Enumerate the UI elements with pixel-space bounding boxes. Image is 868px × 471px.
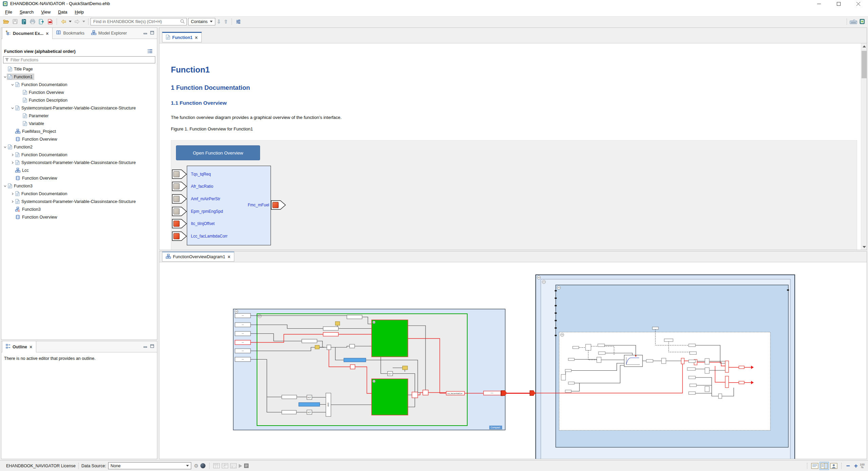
red-out-block[interactable]	[739, 366, 744, 369]
red-mux-block[interactable]	[725, 361, 729, 372]
close-icon[interactable]: ×	[195, 35, 198, 40]
block-highlighted[interactable]	[323, 332, 338, 336]
open-function-overview-button[interactable]: Open Function Overview	[176, 145, 260, 160]
tree-item-variable[interactable]: Variable	[1, 120, 157, 127]
input-port-afr_facratio[interactable]	[172, 182, 187, 192]
expander-icon[interactable]	[11, 192, 14, 196]
tree-item-function3[interactable]: Function3	[1, 182, 157, 190]
match-mode-dropdown[interactable]: Contains	[188, 18, 215, 25]
red-out-block[interactable]	[739, 381, 744, 384]
find-next-icon[interactable]: ⇩	[215, 19, 222, 25]
menu-file[interactable]: File	[1, 8, 16, 16]
green-container[interactable]	[257, 314, 467, 426]
collapse-icon[interactable]	[235, 310, 238, 313]
mul-block[interactable]	[327, 345, 331, 350]
split-view-icon[interactable]	[820, 462, 829, 470]
input-port-itc_tiinjoffset[interactable]	[172, 219, 187, 230]
back-history-dropdown-icon[interactable]	[69, 21, 72, 22]
save-icon[interactable]	[11, 18, 19, 26]
block[interactable]	[282, 395, 297, 399]
minimize-view-icon[interactable]	[143, 30, 147, 36]
gear-icon[interactable]: ⚙	[194, 463, 198, 469]
close-button[interactable]	[848, 0, 868, 7]
tree-item-function-overview[interactable]: Function Overview	[1, 174, 157, 182]
minimize-button[interactable]	[809, 0, 829, 7]
input-port-tqs_tqreq[interactable]	[172, 169, 187, 180]
tree-item-systemconstant-parameter-variable-classinstance-structure[interactable]: Systemconstant-Parameter-Variable-Classi…	[1, 198, 157, 205]
menu-search[interactable]: Search	[16, 8, 37, 16]
expander-icon[interactable]	[11, 200, 14, 203]
zoom-reset-button[interactable]: 100 %	[860, 463, 865, 469]
scroll-up-icon[interactable]	[861, 43, 867, 49]
collapse-icon[interactable]	[557, 286, 560, 289]
stop-record-icon[interactable]	[244, 464, 249, 468]
maximize-view-icon[interactable]	[150, 343, 154, 349]
pt1-filter-block[interactable]	[624, 355, 643, 367]
tree-item-fuelmass-project[interactable]: FuelMass_Project	[1, 127, 157, 135]
output-port[interactable]	[271, 200, 286, 211]
expander-icon[interactable]	[11, 161, 14, 164]
close-icon[interactable]: ×	[227, 254, 231, 259]
tab-document-ex-[interactable]: Document Ex...×	[2, 27, 53, 39]
collapse-icon[interactable]	[537, 276, 540, 279]
view-menu-icon[interactable]	[147, 49, 153, 55]
single-page-view-icon[interactable]	[810, 462, 820, 470]
signal-label-block[interactable]: Lcc_facLambdaCorr	[446, 391, 465, 395]
fuelmass-model-diagram[interactable]: .wb2{fill:#fff;stroke:#707070;stroke-wid…	[535, 274, 795, 459]
block-highlighted[interactable]	[350, 365, 355, 369]
ehandbook-app-icon[interactable]	[858, 18, 866, 26]
maximize-view-icon[interactable]	[150, 30, 154, 36]
block[interactable]	[302, 339, 317, 343]
open-file-icon[interactable]	[2, 18, 10, 26]
not-block[interactable]: NOT	[307, 395, 312, 400]
red-junction[interactable]	[681, 358, 684, 364]
block[interactable]	[347, 315, 362, 319]
search-settings-icon[interactable]	[234, 18, 242, 26]
expander-icon[interactable]	[11, 83, 14, 86]
menu-view[interactable]: View	[37, 8, 54, 16]
expander-icon[interactable]	[11, 106, 14, 110]
expander-icon[interactable]	[3, 145, 7, 149]
tree-item-function-documentation[interactable]: Function Documentation	[1, 151, 157, 159]
tree-item-function-documentation[interactable]: Function Documentation	[1, 81, 157, 88]
calibration-map-icon[interactable]	[213, 463, 220, 468]
comparator-block[interactable]	[412, 392, 418, 398]
tree-item-lcc[interactable]: Lcc	[1, 166, 157, 174]
tab-functionoverviewdiagram1[interactable]: FunctionOverviewDiagram1 ×	[162, 251, 234, 262]
constant-block[interactable]	[335, 322, 340, 325]
minimize-view-icon[interactable]	[143, 343, 147, 349]
tree-item-parameter[interactable]: Parameter	[1, 112, 157, 120]
lcc-model-diagram[interactable]: .wb{fill:#fff;stroke:#5a5a5a;stroke-widt…	[233, 309, 506, 430]
print-icon[interactable]	[28, 18, 37, 26]
block[interactable]	[662, 358, 666, 364]
green-subsystem-1[interactable]	[372, 320, 408, 357]
expander-icon[interactable]	[3, 184, 7, 188]
export-book-icon[interactable]	[37, 18, 45, 26]
collapse-icon[interactable]	[560, 333, 564, 336]
constant-block[interactable]	[315, 345, 319, 349]
tree-item-function-overview[interactable]: Function Overview	[1, 135, 157, 143]
tree-item-function-description[interactable]: Function Description	[1, 96, 157, 104]
scroll-down-icon[interactable]	[861, 244, 867, 250]
block[interactable]	[323, 327, 338, 330]
signal-bar[interactable]	[299, 403, 320, 406]
zoom-out-button[interactable]: −	[844, 462, 852, 470]
find-previous-icon[interactable]: ⇧	[222, 19, 230, 25]
tab-model-explorer[interactable]: Model Explorer	[88, 27, 130, 39]
calibration-curve-icon[interactable]	[222, 463, 228, 468]
expander-icon[interactable]	[11, 153, 14, 157]
comparator-block[interactable]	[423, 390, 428, 395]
pdf-icon[interactable]	[46, 18, 54, 26]
forward-icon[interactable]	[73, 18, 81, 26]
connection-port-out[interactable]	[501, 390, 507, 396]
expander-icon[interactable]	[3, 75, 7, 79]
handbook-icon[interactable]	[20, 18, 28, 26]
red-mux-block[interactable]	[725, 376, 729, 388]
not-block[interactable]: NOT	[388, 371, 393, 376]
input-port-epm_rpmengspd[interactable]	[172, 207, 187, 218]
tab-function1[interactable]: Function1 ×	[162, 32, 202, 42]
doc-scrollbar[interactable]	[861, 43, 867, 250]
collapse-icon[interactable]	[542, 280, 546, 284]
compact-button[interactable]: Compact	[489, 426, 502, 429]
data-sphere-icon[interactable]	[200, 463, 205, 468]
